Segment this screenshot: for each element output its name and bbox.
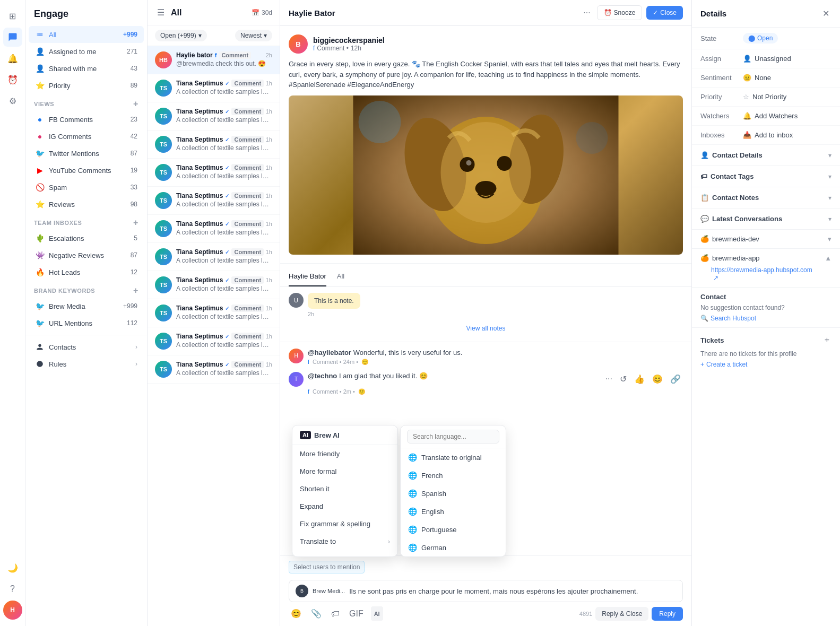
create-ticket-button[interactable]: + Create a ticket [700,361,832,368]
conv-name: Tiana Septimus ✓ Comment [176,80,264,87]
conv-name: Tiana Septimus ✓ Comment [176,192,264,199]
comment-link-button[interactable]: 🔗 [668,372,683,386]
sticker-button[interactable]: 🏷 [329,606,342,621]
ai-menu-header: AI Brew AI [292,425,397,445]
conv-preview: A collection of textile samples lay spre… [176,313,272,320]
nav-gear-icon[interactable]: ⚙ [3,91,22,110]
sidebar-item-escalations[interactable]: 🌵 Escalations 5 [29,230,144,247]
ai-menu-friendly[interactable]: More friendly [292,445,397,463]
snooze-button[interactable]: ⏰ State Snooze [597,5,643,20]
comment-like-button[interactable]: 👍 [632,372,647,386]
hubspot-link[interactable]: https://brewmedia-app.hubspot.com [711,266,832,274]
state-badge[interactable]: ⬤ Open [743,33,778,44]
latest-convos-section[interactable]: 💬 Latest Conversations ▾ [692,208,840,230]
add-view-button[interactable]: + [133,99,138,109]
search-hubspot-button[interactable]: 🔍 Search Hubspot [700,315,832,322]
view-all-notes-button[interactable]: View all notes [289,321,683,335]
sidebar-item-spam[interactable]: 🚫 Spam 33 [29,179,144,196]
tab-all[interactable]: All [337,269,344,286]
gif-button[interactable]: GIF [347,606,366,621]
comment-react-button[interactable]: 😊 [650,372,665,386]
sidebar-item-fb[interactable]: ● FB Comments 23 [29,111,144,128]
nav-moon-icon[interactable]: 🌙 [3,558,22,577]
select-mention-label[interactable]: Select users to mention [289,561,365,573]
sidebar-item-reviews[interactable]: ⭐ Reviews 98 [29,196,144,213]
priority-value[interactable]: ☆ Not Priority [743,93,786,101]
sidebar-item-shared[interactable]: 👤 Shared with me 43 [29,60,144,77]
sidebar-item-twitter[interactable]: 🐦 Twitter Mentions 87 [29,145,144,162]
conv-item[interactable]: TS Tiana Septimus ✓ Comment 1h A collect… [148,187,280,215]
conv-item[interactable]: HB Haylie bator f Comment 2h @brewmedia … [148,46,280,74]
sidebar-item-contacts[interactable]: Contacts › [29,338,144,355]
conv-item[interactable]: TS Tiana Septimus ✓ Comment 1h A collect… [148,159,280,187]
conv-date-range[interactable]: 📅 30d [252,9,272,16]
sidebar-item-all[interactable]: All +999 [29,26,144,43]
comment-more-button[interactable]: ··· [603,372,614,386]
sidebar-item-assigned[interactable]: 👤 Assigned to me 271 [29,43,144,60]
ai-button[interactable]: AI [371,606,383,621]
lang-item-portuguese[interactable]: 🌐 Portuguese [401,520,506,538]
open-filter-pill[interactable]: Open (+999) ▾ [155,30,207,41]
conv-item[interactable]: TS Tiana Septimus ✓ Comment 1h A collect… [148,74,280,102]
conv-item[interactable]: TS Tiana Septimus ✓ Comment 1h A collect… [148,131,280,159]
brewmedia-app-header[interactable]: 🍊 brewmedia-app ▲ [700,254,832,262]
brewmedia-dev-header[interactable]: 🍊 brewmedia-dev ▾ [700,235,832,243]
sidebar-item-priority[interactable]: ⭐ Priority 89 [29,77,144,94]
conv-item[interactable]: TS Tiana Septimus ✓ Comment 1h A collect… [148,299,280,327]
add-ticket-button[interactable]: + [822,333,832,347]
comment-retweet-button[interactable]: ↺ [618,372,629,386]
conv-item[interactable]: TS Tiana Septimus ✓ Comment 1h A collect… [148,271,280,299]
nav-bell-icon[interactable]: 🔔 [3,49,22,68]
close-button[interactable]: ✓ Close [646,6,683,20]
watchers-value[interactable]: 🔔 Add Watchers [743,112,798,120]
nav-avatar[interactable]: H [3,601,22,620]
lang-item-original[interactable]: 🌐 Translate to original [401,448,506,466]
lang-item-french[interactable]: 🌐 French [401,466,506,484]
sidebar-item-brew[interactable]: 🐦 Brew Media +999 [29,298,144,315]
nav-clock-icon[interactable]: ⏰ [3,70,22,89]
contact-details-section[interactable]: 👤 Contact Details ▾ [692,145,840,166]
sort-pill[interactable]: Newest ▾ [235,30,272,41]
assign-value[interactable]: 👤 Unassigned [743,55,791,63]
ai-menu-expand[interactable]: Expand [292,498,397,515]
toggle-sidebar-button[interactable]: ☰ [155,5,167,20]
reply-button[interactable]: Reply [652,607,683,621]
ai-menu-fix[interactable]: Fix grammar & spelling [292,515,397,533]
inboxes-value[interactable]: 📥 Add to inbox [743,131,793,139]
conv-item[interactable]: TS Tiana Septimus ✓ Comment 1h A collect… [148,327,280,355]
add-team-button[interactable]: + [133,218,138,228]
nav-grid-icon[interactable]: ⊞ [3,6,22,25]
sidebar-item-negative[interactable]: 👾 Negative Reviews 87 [29,247,144,264]
ai-menu-translate[interactable]: Translate to › [292,533,397,550]
more-options-button[interactable]: ··· [581,6,592,20]
conv-item[interactable]: TS Tiana Septimus ✓ Comment 1h A collect… [148,102,280,131]
lang-item-english[interactable]: 🌐 English [401,502,506,520]
lang-item-spanish[interactable]: 🌐 Spanish [401,484,506,502]
tab-haylie[interactable]: Haylie Bator [289,269,326,286]
sidebar-item-rules[interactable]: Rules › [29,355,144,372]
emoji-button[interactable]: 😊 [289,606,304,621]
attachment-button[interactable]: 📎 [309,606,324,621]
conv-name: Tiana Septimus ✓ Comment [176,361,264,368]
nav-help-icon[interactable]: ? [3,579,22,598]
contact-notes-section[interactable]: 📋 Contact Notes ▾ [692,187,840,208]
ai-menu-formal[interactable]: More formal [292,463,397,480]
sentiment-value[interactable]: 😐 None [743,74,771,82]
sidebar-item-youtube[interactable]: ▶ YouTube Comments 19 [29,162,144,179]
contact-tags-section[interactable]: 🏷 Contact Tags ▾ [692,166,840,187]
conv-item[interactable]: TS Tiana Septimus ✓ Comment 1h A collect… [148,215,280,243]
sidebar-item-ig[interactable]: ● IG Comments 42 [29,128,144,145]
lang-item-german[interactable]: 🌐 German [401,538,506,557]
reply-input[interactable]: Ils ne sont pas pris en charge pour le m… [349,587,676,595]
conv-item[interactable]: TS Tiana Septimus ✓ Comment 1h A collect… [148,355,280,384]
note-item: U This is a note. 2h [289,293,683,317]
add-brand-button[interactable]: + [133,286,138,295]
ai-menu-shorten[interactable]: Shorten it [292,480,397,498]
reply-close-button[interactable]: Reply & Close [595,607,648,621]
conv-item[interactable]: TS Tiana Septimus ✓ Comment 1h A collect… [148,243,280,271]
close-panel-button[interactable]: ✕ [820,6,832,21]
nav-chat-icon[interactable] [3,28,22,47]
lang-search-input[interactable] [407,430,499,444]
sidebar-item-url[interactable]: 🐦 URL Mentions 112 [29,315,144,332]
sidebar-item-hot-leads[interactable]: 🔥 Hot Leads 12 [29,264,144,281]
